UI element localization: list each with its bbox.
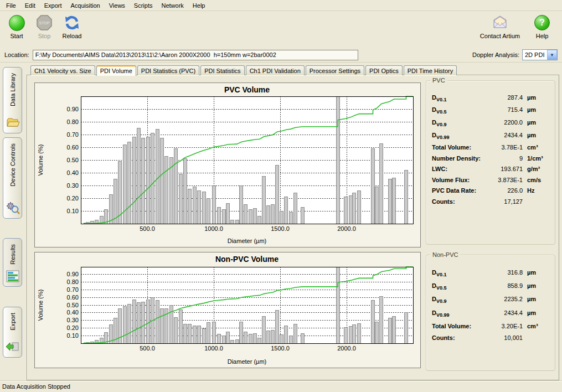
stat-row: DV0.92235.2µm <box>432 296 549 304</box>
chevron-down-icon[interactable]: ▼ <box>547 50 557 60</box>
menu-item-export[interactable]: Export <box>40 1 66 10</box>
gears-icon <box>6 200 20 215</box>
stat-value: 17,127 <box>492 198 527 205</box>
pvc-volume-chart-panel: 0.100.200.300.400.500.600.700.800.90500.… <box>34 82 421 247</box>
menu-item-network[interactable]: Network <box>157 1 188 10</box>
menu-item-views[interactable]: Views <box>105 1 130 10</box>
help-button-label: Help <box>536 33 549 39</box>
groupbox-title: PVC <box>430 77 447 84</box>
stat-label: Total Volume: <box>432 323 492 329</box>
stat-value: 193.671 <box>492 166 527 172</box>
svg-text:STOP: STOP <box>39 21 50 25</box>
help-button[interactable]: ? Help <box>530 13 554 40</box>
stat-label: DV0.9 <box>432 119 492 127</box>
svg-text:500.0: 500.0 <box>140 345 155 352</box>
stat-value: 3.873E-1 <box>492 177 527 183</box>
tab-pdi-time-history[interactable]: PDI Time History <box>404 65 457 75</box>
stat-row: Counts:17,127 <box>432 198 549 205</box>
stat-label: DV0.5 <box>432 282 492 291</box>
reload-button[interactable]: Reload <box>60 13 84 40</box>
reload-button-label: Reload <box>63 33 82 39</box>
start-icon <box>8 14 25 31</box>
tab-pdi-volume[interactable]: PDI Volume <box>96 65 136 76</box>
stat-row: DV0.1287.4µm <box>432 94 549 102</box>
stat-row: DV0.992434.4µm <box>432 310 549 318</box>
svg-text:0.30: 0.30 <box>67 317 79 323</box>
stat-unit: µm <box>527 310 549 316</box>
sidebar-item-device-controls[interactable]: Device Controls <box>3 137 22 219</box>
tab-pdi-optics[interactable]: PDI Optics <box>365 65 403 75</box>
sidebar-item-export[interactable]: Export <box>3 307 22 358</box>
start-button-label: Start <box>10 33 23 39</box>
tab-ch1-velocity-vs-size[interactable]: Ch1 Velocity vs. Size <box>30 65 95 75</box>
svg-text:0.90: 0.90 <box>67 271 79 277</box>
menu-item-file[interactable]: File <box>2 1 20 10</box>
svg-text:0.80: 0.80 <box>67 118 79 125</box>
stat-row: PVC Data Rate:226.0Hz <box>432 187 549 194</box>
svg-text:2000.0: 2000.0 <box>337 345 356 352</box>
stop-button-label: Stop <box>38 33 51 39</box>
location-input[interactable] <box>33 50 358 60</box>
stat-value: 10,001 <box>492 334 527 341</box>
doppler-analysis-value: 2D PDI <box>523 51 547 58</box>
tab-processor-settings[interactable]: Processor Settings <box>306 65 364 75</box>
pvc-volume-chart: 0.100.200.300.400.500.600.700.800.90500.… <box>35 83 420 247</box>
menu-item-acquisition[interactable]: Acquisition <box>66 1 105 10</box>
doppler-analysis-select[interactable]: 2D PDI ▼ <box>522 49 558 60</box>
stat-unit: µm <box>527 132 549 138</box>
menu-item-help[interactable]: Help <box>188 1 210 10</box>
folder-icon <box>6 115 20 130</box>
stat-unit: cm³ <box>527 323 549 329</box>
stat-label: LWC: <box>432 166 492 172</box>
stat-unit: Hz <box>527 187 549 194</box>
location-label: Location: <box>4 51 29 58</box>
stat-label: Volume Flux: <box>432 177 492 183</box>
non-pvc-volume-chart-panel: 0.100.200.300.400.500.600.700.800.90500.… <box>34 252 421 368</box>
contact-artium-button[interactable]: Contact Artium <box>478 13 522 40</box>
tab-pdi-statistics-pvc-[interactable]: PDI Statistics (PVC) <box>137 65 199 75</box>
stop-button[interactable]: STOP Stop <box>32 13 56 40</box>
svg-text:2000.0: 2000.0 <box>337 225 356 232</box>
stat-label: Number Density: <box>432 155 492 162</box>
start-button[interactable]: Start <box>4 13 29 40</box>
tab-ch1-pdi-validation[interactable]: Ch1 PDI Validation <box>246 65 305 75</box>
svg-text:Volume (%): Volume (%) <box>37 145 44 176</box>
help-icon: ? <box>534 14 550 31</box>
stop-icon: STOP <box>36 14 53 31</box>
svg-text:0.10: 0.10 <box>67 208 79 214</box>
stat-value: 858.9 <box>492 282 527 289</box>
content-area: Ch1 Velocity vs. SizePDI VolumePDI Stati… <box>27 64 559 380</box>
stat-unit: cm³ <box>527 144 549 151</box>
toolbar-right-group: Contact Artium ? Help <box>478 13 554 40</box>
svg-text:0.80: 0.80 <box>67 278 79 285</box>
stat-value: 2200.0 <box>492 119 527 126</box>
non-pvc-volume-chart: 0.100.200.300.400.500.600.700.800.90500.… <box>35 252 420 368</box>
stat-label: DV0.99 <box>432 132 492 140</box>
charts-column: 0.100.200.300.400.500.600.700.800.90500.… <box>34 82 421 373</box>
stat-row: DV0.5715.4µm <box>432 106 549 115</box>
stat-label: DV0.1 <box>432 269 492 277</box>
stat-row: Volume Flux:3.873E-1cm/s <box>432 177 549 183</box>
svg-text:PVC Volume: PVC Volume <box>224 85 270 94</box>
menu-item-edit[interactable]: Edit <box>20 1 40 10</box>
menu-item-scripts[interactable]: Scripts <box>130 1 157 10</box>
stat-unit: g/m³ <box>527 166 549 172</box>
contact-artium-label: Contact Artium <box>480 33 520 39</box>
stat-value: 226.0 <box>492 187 527 194</box>
location-row: Location: Doppler Analysis: 2D PDI ▼ <box>0 48 562 63</box>
svg-text:Diameter (µm): Diameter (µm) <box>228 358 267 365</box>
stat-unit: µm <box>527 94 549 101</box>
svg-text:Non-PVC Volume: Non-PVC Volume <box>215 255 279 264</box>
sidebar-item-data-library[interactable]: Data Library <box>3 67 22 133</box>
svg-text:0.70: 0.70 <box>67 286 79 293</box>
stat-label: DV0.1 <box>432 94 492 102</box>
tab-pdi-statistics[interactable]: PDI Statistics <box>200 65 244 75</box>
stat-row: DV0.5858.9µm <box>432 282 549 291</box>
stat-row: LWC:193.671g/m³ <box>432 166 549 172</box>
reload-icon <box>64 14 80 31</box>
svg-text:1000.0: 1000.0 <box>204 345 223 352</box>
tab-strip: Ch1 Velocity vs. SizePDI VolumePDI Stati… <box>27 64 559 75</box>
sidebar-item-results[interactable]: Results <box>3 238 22 287</box>
stat-label: Counts: <box>432 198 492 205</box>
svg-text:0.70: 0.70 <box>67 131 79 138</box>
